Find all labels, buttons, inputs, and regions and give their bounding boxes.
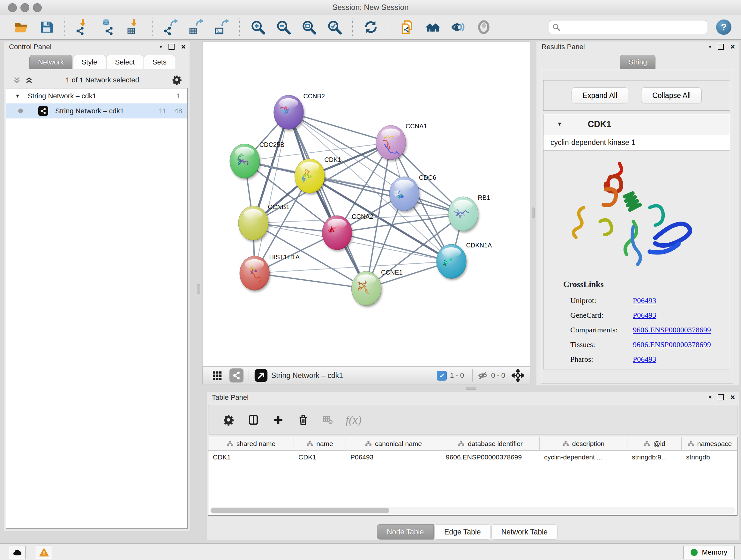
column-header-shared-name[interactable]: shared name [208, 437, 294, 450]
delete-column-trash-icon[interactable] [295, 412, 312, 428]
memory-button[interactable]: Memory [683, 546, 735, 559]
tab-network[interactable]: Network [29, 55, 72, 69]
graph-node-CCNE1[interactable] [351, 271, 381, 306]
table-cell[interactable]: stringdb [682, 450, 738, 464]
tab-network-table[interactable]: Network Table [491, 524, 557, 540]
grid-mode-icon[interactable] [212, 370, 222, 381]
zoom-fit-button[interactable] [300, 19, 317, 36]
string-network-badge-icon[interactable] [229, 368, 244, 382]
splitter-handle[interactable] [532, 207, 535, 218]
table-cell[interactable]: 9606.ENSP00000378699 [441, 450, 540, 464]
import-table-button[interactable] [126, 19, 142, 36]
network-options-gear-icon[interactable] [172, 75, 182, 86]
help-button[interactable]: ? [716, 19, 731, 35]
save-session-button[interactable] [38, 19, 55, 36]
table-cell[interactable]: P06493 [346, 450, 441, 464]
float-panel-icon[interactable] [718, 394, 724, 400]
network-collection-row[interactable]: ▼ String Network – cdk1 1 [6, 88, 187, 104]
graph-edge-HIST1H1A-CCNE1[interactable] [255, 273, 366, 289]
network-row-selected[interactable]: String Network – cdk1 11 48 [6, 104, 187, 118]
network-canvas[interactable]: CCNB2CCNA1CDC25BCDK1CDC6RB1CCNB1CCNA2CDK… [202, 42, 530, 367]
graph-node-CDK1[interactable] [294, 159, 325, 193]
pan-crosshair-icon[interactable] [512, 369, 524, 382]
panel-menu-icon[interactable]: ▾ [709, 44, 712, 50]
entry-collapse-icon[interactable]: ▼ [557, 121, 562, 127]
reset-views-button[interactable] [424, 19, 441, 36]
tab-sets[interactable]: Sets [144, 55, 175, 69]
column-header-canonical-name[interactable]: canonical name [346, 437, 441, 450]
show-columns-icon[interactable] [245, 412, 262, 428]
level-of-detail-button[interactable] [475, 19, 492, 36]
panel-menu-icon[interactable]: ▾ [159, 44, 162, 50]
crosslink-link[interactable]: P06493 [633, 311, 656, 320]
collapse-all-networks-icon[interactable] [13, 76, 21, 84]
export-network-button[interactable] [162, 19, 179, 36]
splitter-handle[interactable] [197, 284, 200, 294]
export-table-button[interactable] [188, 19, 204, 36]
collection-expand-icon[interactable]: ▼ [15, 93, 20, 99]
graph-node-CCNB2[interactable] [274, 95, 304, 130]
scrollbar-thumb[interactable] [211, 508, 389, 513]
zoom-selected-button[interactable] [326, 19, 343, 36]
expand-all-networks-icon[interactable] [25, 76, 33, 84]
zoom-out-button[interactable] [275, 19, 292, 36]
create-column-plus-icon[interactable] [270, 412, 286, 428]
graph-node-CCNB1[interactable] [239, 206, 268, 240]
clone-network-button[interactable] [399, 19, 415, 36]
export-image-button[interactable] [213, 19, 230, 36]
network-graph[interactable]: CCNB2CCNA1CDC25BCDK1CDC6RB1CCNB1CCNA2CDK… [203, 42, 530, 366]
close-panel-icon[interactable]: × [730, 395, 735, 400]
graph-node-CDC6[interactable] [389, 177, 419, 211]
birds-eye-view-icon[interactable] [254, 368, 268, 382]
table-options-gear-icon[interactable] [220, 412, 237, 428]
collapse-all-button[interactable]: Collapse All [641, 87, 702, 104]
search-input[interactable] [562, 23, 704, 31]
table-row[interactable]: CDK1CDK1P064939606.ENSP00000378699cyclin… [208, 450, 737, 464]
table-cell[interactable]: cyclin-dependent ... [540, 450, 627, 464]
tab-select[interactable]: Select [107, 55, 143, 69]
graph-edge-CCNB2-CCNE1[interactable] [288, 112, 366, 289]
crosslink-link[interactable]: 9606.ENSP00000378699 [633, 340, 711, 349]
tab-node-table[interactable]: Node Table [377, 524, 434, 540]
graph-node-CCNA1[interactable] [376, 125, 406, 160]
zoom-in-button[interactable] [250, 19, 266, 36]
crosslink-link[interactable]: P06493 [633, 296, 656, 305]
table-cell[interactable]: CDK1 [294, 450, 346, 464]
entry-header[interactable]: ▼ CDK1 [543, 114, 730, 134]
column-header-database-identifier[interactable]: database identifier [441, 437, 540, 450]
float-panel-icon[interactable] [718, 44, 724, 50]
expand-all-button[interactable]: Expand All [571, 87, 629, 104]
tab-edge-table[interactable]: Edge Table [434, 524, 491, 540]
graph-node-HIST1H1A[interactable] [240, 256, 270, 291]
graph-node-CCNA2[interactable] [322, 215, 352, 250]
splitter-handle[interactable] [466, 387, 476, 390]
column-header--id[interactable]: @id [627, 437, 682, 450]
close-panel-icon[interactable]: × [730, 44, 735, 49]
tab-string[interactable]: String [620, 55, 656, 69]
selected-count-checkbox[interactable] [437, 371, 447, 381]
open-session-button[interactable] [13, 19, 29, 36]
show-hide-graphics-button[interactable] [450, 19, 467, 36]
graph-edge-CCNB2-CCNA1[interactable] [288, 112, 391, 143]
graph-edge-CCNB2-HIST1H1A[interactable] [255, 112, 289, 273]
import-network-file-button[interactable] [75, 19, 91, 36]
graph-node-RB1[interactable] [448, 197, 478, 231]
column-header-name[interactable]: name [294, 437, 346, 450]
table-cell[interactable]: stringdb:9... [627, 450, 682, 464]
graph-node-CDC25B[interactable] [230, 144, 260, 178]
close-panel-icon[interactable]: × [181, 44, 186, 49]
table-cell[interactable]: CDK1 [208, 450, 294, 464]
crosslink-link[interactable]: 9606.ENSP00000378699 [633, 326, 711, 334]
graph-node-CDKN1A[interactable] [436, 244, 467, 279]
cloud-service-icon[interactable] [9, 546, 25, 559]
warnings-icon[interactable] [36, 546, 52, 559]
float-panel-icon[interactable] [169, 44, 175, 50]
panel-menu-icon[interactable]: ▾ [709, 394, 712, 401]
crosslink-link[interactable]: P06493 [633, 355, 656, 364]
tab-style[interactable]: Style [73, 55, 106, 69]
import-network-database-button[interactable] [100, 19, 117, 36]
column-header-description[interactable]: description [540, 437, 627, 450]
column-header-namespace[interactable]: namespace [682, 437, 738, 450]
hidden-eye-slash-icon[interactable] [478, 370, 488, 381]
apply-layout-button[interactable] [362, 19, 379, 36]
